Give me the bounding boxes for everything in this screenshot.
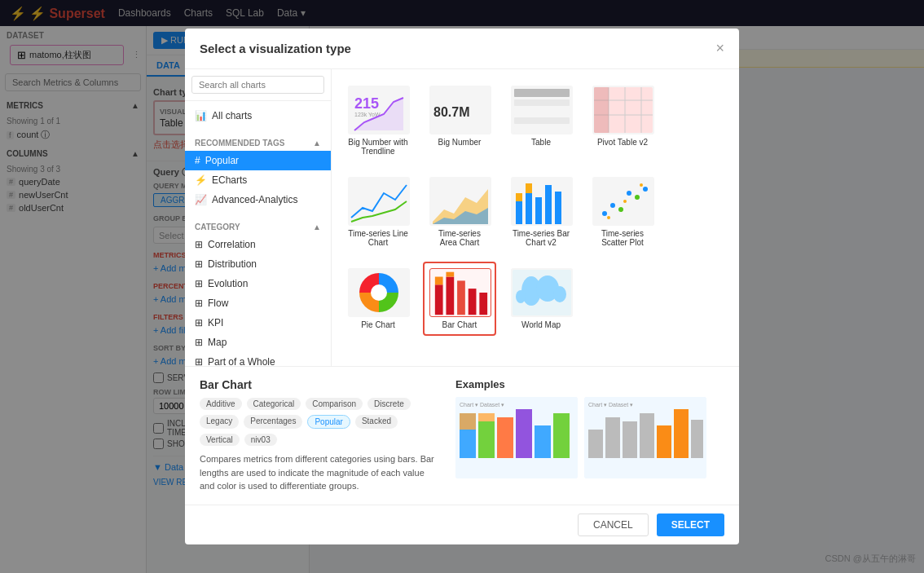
chart-card-ts-scatter[interactable]: Time-series Scatter Plot (586, 170, 659, 253)
chart-card-ts-area[interactable]: Time-series Area Chart (423, 170, 496, 253)
tag-stacked[interactable]: Stacked (355, 415, 398, 429)
world-map-label: World Map (511, 320, 571, 329)
svg-rect-59 (623, 421, 637, 458)
big-number-trendline-label: Big Number with Trendline (348, 138, 408, 156)
example-2: Chart ▾ Dataset ▾ (584, 397, 706, 478)
svg-rect-21 (526, 183, 532, 193)
svg-text:Chart ▾ Dataset ▾: Chart ▾ Dataset ▾ (588, 402, 633, 408)
svg-rect-48 (478, 421, 495, 458)
modal-close-button[interactable]: × (715, 40, 724, 57)
select-button[interactable]: SELECT (657, 513, 724, 536)
flow-icon: ⊞ (195, 298, 203, 309)
modal-sidebar: 📊 All charts Recommended tags ▲ # Popula… (185, 69, 332, 366)
tag-additive[interactable]: Additive (200, 398, 242, 410)
examples-grid: Chart ▾ Dataset ▾ (455, 397, 724, 478)
svg-rect-52 (553, 413, 570, 458)
distribution-icon: ⊞ (195, 258, 203, 270)
chart-card-bar[interactable]: Bar Chart (423, 262, 496, 336)
svg-rect-18 (545, 185, 552, 224)
svg-rect-51 (535, 425, 551, 458)
ts-scatter-label: Time-series Scatter Plot (592, 229, 653, 247)
kpi-icon: ⊞ (195, 317, 203, 328)
chart-icon: 📊 (195, 110, 207, 121)
chart-card-big-number-trendline[interactable]: 215 123k YoW Big Number with Trendline (341, 79, 415, 162)
svg-text:Chart ▾ Dataset ▾: Chart ▾ Dataset ▾ (460, 402, 504, 408)
svg-rect-17 (535, 197, 542, 224)
ts-bar-thumb (511, 177, 573, 226)
chart-card-ts-bar[interactable]: Time-series Bar Chart v2 (504, 170, 578, 253)
tag-discrete[interactable]: Discrete (367, 398, 411, 410)
category-header[interactable]: Category ▲ (185, 219, 331, 235)
recommended-label: Recommended tags (195, 139, 284, 148)
chart-search-input[interactable] (191, 76, 324, 94)
ts-scatter-thumb (592, 177, 654, 226)
sidebar-distribution[interactable]: ⊞ Distribution (185, 254, 331, 274)
tag-legacy[interactable]: Legacy (200, 415, 239, 429)
svg-rect-36 (469, 289, 477, 315)
chart-card-pie[interactable]: Pie Chart (341, 262, 415, 336)
part-icon: ⊞ (195, 356, 203, 366)
popular-icon: # (195, 155, 200, 166)
modal-header: Select a visualization type × (185, 29, 739, 69)
chart-card-table[interactable]: Table (504, 79, 578, 162)
modal-title: Select a visualization type (200, 42, 351, 55)
evolution-label: Evolution (208, 278, 248, 289)
cancel-button[interactable]: CANCEL (578, 513, 649, 536)
tag-popular[interactable]: Popular (307, 415, 350, 429)
modal-overlay[interactable]: Select a visualization type × 📊 All char… (0, 0, 924, 573)
chart-grid: 215 123k YoW Big Number with Trendline (341, 79, 729, 336)
recommended-header[interactable]: Recommended tags ▲ (185, 135, 331, 151)
examples-title: Examples (455, 378, 724, 390)
svg-rect-35 (457, 281, 465, 315)
svg-rect-61 (657, 425, 671, 458)
sidebar-popular[interactable]: # Popular (185, 151, 331, 170)
ts-line-thumb (348, 177, 410, 226)
chart-card-world-map[interactable]: World Map (504, 262, 578, 336)
tag-vertical[interactable]: Vertical (200, 434, 240, 446)
kpi-label: KPI (208, 317, 223, 328)
svg-point-27 (643, 187, 648, 192)
sidebar-kpi[interactable]: ⊞ KPI (185, 313, 331, 333)
ts-area-label: Time-series Area Chart (429, 229, 490, 247)
sidebar-advanced[interactable]: 📈 Advanced-Analytics (185, 190, 331, 209)
table-label: Table (511, 138, 571, 147)
svg-point-23 (610, 203, 615, 208)
svg-point-43 (553, 286, 566, 302)
svg-rect-38 (435, 277, 443, 285)
chart-card-ts-line[interactable]: Time-series Line Chart (341, 170, 415, 253)
chart-tags: Additive Categorical Comparison Discrete… (200, 398, 436, 446)
chart-card-pivot-table[interactable]: Pivot Table v2 (586, 79, 659, 162)
map-label: Map (208, 337, 227, 348)
sidebar-correlation[interactable]: ⊞ Correlation (185, 235, 331, 254)
sidebar-flow[interactable]: ⊞ Flow (185, 293, 331, 313)
svg-point-24 (618, 207, 623, 212)
svg-point-30 (640, 183, 643, 187)
svg-rect-19 (555, 192, 561, 224)
sidebar-map[interactable]: ⊞ Map (185, 333, 331, 352)
svg-rect-50 (516, 409, 532, 458)
svg-point-44 (516, 290, 526, 303)
sidebar-all-charts[interactable]: 📊 All charts (185, 106, 331, 126)
svg-rect-58 (605, 417, 620, 458)
svg-text:80.7M: 80.7M (433, 105, 469, 119)
svg-rect-37 (479, 293, 487, 315)
sidebar-all-charts-section: 📊 All charts (185, 101, 331, 130)
tag-percentages[interactable]: Percentages (244, 415, 302, 429)
ts-bar-label: Time-series Bar Chart v2 (511, 229, 571, 247)
example-1: Chart ▾ Dataset ▾ (455, 397, 578, 478)
tag-niv03[interactable]: niv03 (244, 434, 277, 446)
svg-point-25 (627, 191, 631, 196)
sidebar-part-of-whole[interactable]: ⊞ Part of a Whole (185, 352, 331, 366)
part-label: Part of a Whole (208, 356, 275, 366)
tag-categorical[interactable]: Categorical (247, 398, 301, 410)
sidebar-echarts[interactable]: ⚡ ECharts (185, 170, 331, 190)
tag-comparison[interactable]: Comparison (306, 398, 363, 410)
svg-point-32 (371, 284, 387, 301)
chart-card-big-number[interactable]: 80.7M Big Number (423, 79, 496, 162)
correlation-icon: ⊞ (195, 239, 203, 250)
pie-label: Pie Chart (348, 320, 408, 329)
sidebar-evolution[interactable]: ⊞ Evolution (185, 274, 331, 293)
svg-rect-33 (435, 284, 443, 315)
pie-thumb (348, 268, 410, 317)
modal-chart-area: 215 123k YoW Big Number with Trendline (332, 69, 739, 366)
